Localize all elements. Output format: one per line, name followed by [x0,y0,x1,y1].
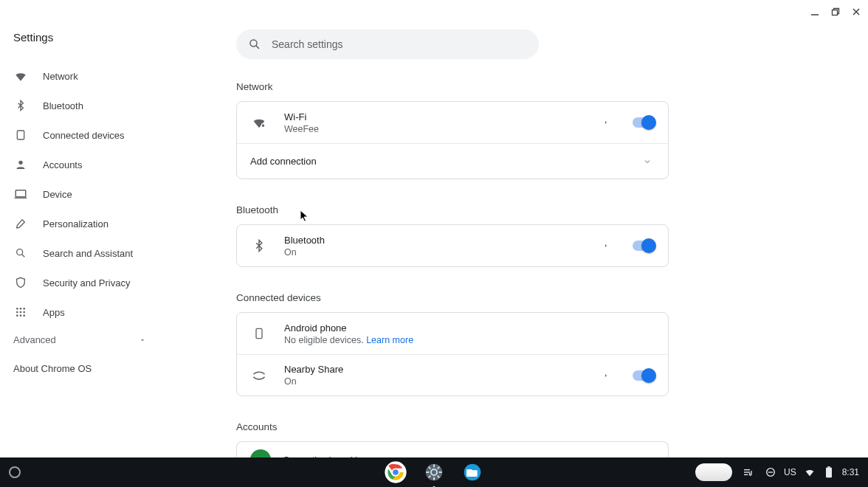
sidebar-item-personalization[interactable]: Personalization [13,209,162,238]
learn-more-link[interactable]: Learn more [366,335,413,345]
phone-icon [250,325,268,342]
bluetooth-icon [13,98,28,113]
network-card: Wi-Fi WeeFee Add connection [236,101,669,179]
nearby-share-row[interactable]: Nearby Share On [237,354,668,396]
sidebar-item-label: Search and Assistant [43,248,133,259]
android-title: Android phone [284,322,655,334]
files-app-icon[interactable] [459,459,486,486]
chevron-right-icon [599,368,613,383]
sidebar-item-security-privacy[interactable]: Security and Privacy [13,268,162,297]
sidebar-item-label: Accounts [43,159,82,170]
sidebar-item-apps[interactable]: Apps [13,297,162,327]
sidebar-advanced-label: Advanced [13,334,56,345]
chevron-down-icon [640,154,655,169]
ime-label: US [784,467,796,477]
wifi-sub: WeeFee [284,124,599,134]
devices-icon [13,128,28,142]
apps-icon [13,305,28,320]
svg-rect-6 [16,190,26,197]
add-connection-label: Add connection [250,156,640,167]
taskbar: US 8:31 [0,457,868,487]
svg-rect-4 [17,131,24,139]
bluetooth-toggle[interactable] [633,241,655,251]
section-title-bluetooth: Bluetooth [236,204,838,215]
svg-point-16 [16,314,18,317]
search-icon [248,38,261,51]
sidebar: Settings Network Bluetooth Connected dev… [0,0,162,457]
svg-point-11 [20,308,22,310]
bluetooth-sub: On [284,247,599,258]
main-content: Network Wi-Fi WeeFee Add connection [162,0,868,457]
person-icon [13,157,28,172]
wifi-title: Wi-Fi [284,111,599,122]
sidebar-about[interactable]: About Chrome OS [13,353,162,384]
bluetooth-row[interactable]: Bluetooth On [237,225,668,266]
chevron-right-icon [599,115,613,130]
bluetooth-title: Bluetooth [284,235,599,246]
sidebar-item-label: Network [43,71,78,82]
svg-rect-44 [827,466,830,468]
chevron-right-icon [599,238,613,253]
section-title-connected: Connected devices [236,292,838,303]
search-icon [13,246,28,260]
wifi-toggle[interactable] [633,117,655,128]
search-input[interactable] [272,38,527,50]
sidebar-item-device[interactable]: Device [13,179,162,209]
sidebar-item-label: Connected devices [43,130,125,141]
nearby-share-icon [250,367,268,384]
svg-rect-43 [826,468,832,478]
android-sub: No eligible devices. Learn more [284,335,655,345]
search-bar[interactable] [236,30,539,59]
wifi-row[interactable]: Wi-Fi WeeFee [237,102,668,143]
playlist-icon[interactable] [743,466,754,478]
svg-point-13 [16,311,18,314]
shelf [382,459,486,486]
svg-point-19 [250,40,257,46]
chrome-app-icon[interactable] [382,459,409,486]
brush-icon [13,216,28,231]
svg-point-10 [16,308,18,310]
svg-point-8 [17,249,23,255]
svg-line-20 [256,46,259,49]
svg-point-17 [20,314,22,317]
nearby-share-toggle[interactable] [633,370,655,381]
chevron-down-icon [139,336,146,344]
svg-rect-22 [262,125,264,126]
sidebar-item-network[interactable]: Network [13,61,162,91]
section-title-network: Network [236,81,838,92]
clock: 8:31 [842,467,859,477]
sidebar-advanced[interactable]: Advanced [13,327,146,353]
section-title-accounts: Accounts [236,421,838,432]
tray-tote-pill[interactable] [695,463,732,481]
svg-point-15 [23,311,25,314]
launcher-button[interactable] [9,466,21,478]
android-phone-row[interactable]: Android phone No eligible devices. Learn… [237,313,668,354]
sidebar-item-label: Apps [43,307,65,318]
bluetooth-icon [250,237,268,255]
sidebar-item-bluetooth[interactable]: Bluetooth [13,91,162,120]
dnd-icon [765,466,776,478]
connected-card: Android phone No eligible devices. Learn… [236,312,669,396]
bluetooth-card: Bluetooth On [236,224,669,267]
svg-point-18 [23,314,25,317]
sidebar-item-connected-devices[interactable]: Connected devices [13,120,162,150]
wifi-tray-icon [804,466,816,478]
sidebar-item-label: Personalization [43,218,108,229]
svg-point-14 [20,311,22,314]
nearby-sub: On [284,376,599,387]
sidebar-item-label: Device [43,189,72,200]
sidebar-about-label: About Chrome OS [13,363,92,374]
android-sub-text: No eligible devices. [284,335,366,345]
add-connection-row[interactable]: Add connection [237,143,668,179]
wifi-icon [13,69,28,83]
sidebar-item-label: Security and Privacy [43,277,131,289]
page-title: Settings [13,0,162,61]
sidebar-item-accounts[interactable]: Accounts [13,150,162,179]
svg-point-12 [23,308,25,310]
settings-app-icon[interactable] [421,459,447,486]
system-tray[interactable]: US 8:31 [695,463,859,481]
svg-rect-23 [256,328,262,338]
svg-point-5 [18,161,22,165]
battery-tray-icon [823,466,835,478]
sidebar-item-search-assistant[interactable]: Search and Assistant [13,238,162,268]
